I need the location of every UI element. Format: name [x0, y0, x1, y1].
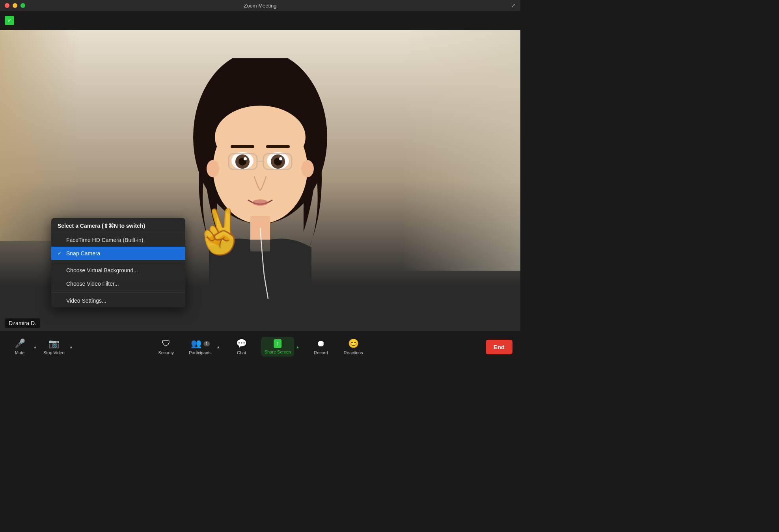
menu-header: Select a Camera (⇧⌘N to switch) — [51, 218, 185, 233]
share-screen-group: ↑ Share Screen ▲ — [261, 337, 301, 357]
record-button[interactable]: ⏺ Record — [309, 336, 333, 357]
participants-button[interactable]: 👥 1 Participants — [186, 336, 214, 357]
menu-item-video-filter[interactable]: Choose Video Filter... — [51, 277, 185, 290]
chat-icon: 💬 — [236, 339, 247, 349]
mute-caret[interactable]: ▲ — [32, 342, 39, 352]
video-caret[interactable]: ▲ — [68, 342, 75, 352]
expand-icon[interactable]: ⤢ — [511, 2, 516, 9]
chat-label: Chat — [237, 350, 246, 355]
reactions-label: Reactions — [344, 350, 363, 355]
share-screen-caret[interactable]: ▲ — [294, 342, 301, 352]
security-button[interactable]: 🛡 Security — [154, 336, 178, 357]
record-label: Record — [314, 350, 328, 355]
record-icon: ⏺ — [317, 339, 325, 349]
mute-button[interactable]: 🎤 Mute — [8, 336, 32, 357]
share-screen-button[interactable]: ↑ Share Screen — [261, 337, 294, 357]
security-shield-icon[interactable]: ✓ — [5, 16, 14, 25]
svg-rect-3 — [231, 145, 254, 148]
building-decoration — [402, 30, 520, 271]
close-button[interactable] — [5, 3, 9, 8]
security-label: Security — [158, 350, 174, 355]
share-screen-label: Share Screen — [265, 350, 291, 354]
svg-rect-4 — [266, 145, 290, 148]
mute-icon: 🎤 — [15, 339, 25, 349]
menu-item-virtual-bg[interactable]: Choose Virtual Background... — [51, 264, 185, 277]
participants-count: 1 — [203, 341, 210, 346]
participants-caret[interactable]: ▲ — [215, 342, 222, 352]
cartoon-avatar: ✌️ — [170, 58, 351, 303]
svg-point-18 — [301, 160, 314, 177]
video-icon: 📷 — [48, 339, 59, 349]
svg-point-17 — [207, 160, 219, 177]
reactions-icon: 😊 — [348, 339, 359, 349]
video-area: ✌️ Dzamira D. Select a Camera (⇧⌘N to sw… — [0, 30, 520, 331]
stop-video-button[interactable]: 📷 Stop Video — [40, 336, 68, 357]
participants-icon: 👥 — [191, 339, 201, 349]
security-icon: 🛡 — [162, 339, 170, 349]
toolbar-center-controls: 🛡 Security 👥 1 Participants ▲ 💬 Chat ↑ S… — [154, 336, 366, 357]
svg-point-16 — [252, 199, 268, 206]
menu-divider-2 — [51, 292, 185, 292]
curtain-decoration — [0, 30, 79, 241]
menu-item-snap[interactable]: ✓ Snap Camera — [51, 247, 185, 260]
svg-point-12 — [279, 157, 282, 160]
participants-label: Participants — [189, 350, 211, 355]
share-screen-icon: ↑ — [274, 339, 281, 348]
traffic-lights — [5, 3, 25, 8]
top-toolbar: ✓ — [0, 11, 520, 30]
reactions-button[interactable]: 😊 Reactions — [341, 336, 366, 357]
window-title: Zoom Meeting — [244, 3, 276, 9]
end-meeting-button[interactable]: End — [486, 340, 512, 354]
checkmark-snap: ✓ — [58, 251, 64, 256]
stop-video-label: Stop Video — [43, 350, 65, 355]
mute-label: Mute — [15, 350, 24, 355]
menu-item-video-settings[interactable]: Video Settings... — [51, 294, 185, 307]
toolbar-right-controls: End — [486, 340, 512, 354]
bottom-toolbar: 🎤 Mute ▲ 📷 Stop Video ▲ 🛡 Security 👥 1 — [0, 331, 520, 363]
chat-button[interactable]: 💬 Chat — [230, 336, 253, 357]
menu-divider-1 — [51, 262, 185, 262]
menu-item-facetime[interactable]: FaceTime HD Camera (Built-in) — [51, 233, 185, 247]
fullscreen-button[interactable] — [20, 3, 25, 8]
participants-group: 👥 1 Participants ▲ — [186, 336, 222, 357]
camera-context-menu: Select a Camera (⇧⌘N to switch) FaceTime… — [51, 218, 185, 307]
svg-rect-20 — [209, 251, 311, 303]
svg-point-11 — [244, 157, 247, 160]
title-bar: Zoom Meeting ⤢ — [0, 0, 520, 11]
toolbar-left-controls: 🎤 Mute ▲ 📷 Stop Video ▲ — [8, 336, 75, 357]
stop-video-group: 📷 Stop Video ▲ — [40, 336, 75, 357]
participant-name-tag: Dzamira D. — [5, 318, 40, 328]
minimize-button[interactable] — [13, 3, 17, 8]
mute-group: 🎤 Mute ▲ — [8, 336, 39, 357]
